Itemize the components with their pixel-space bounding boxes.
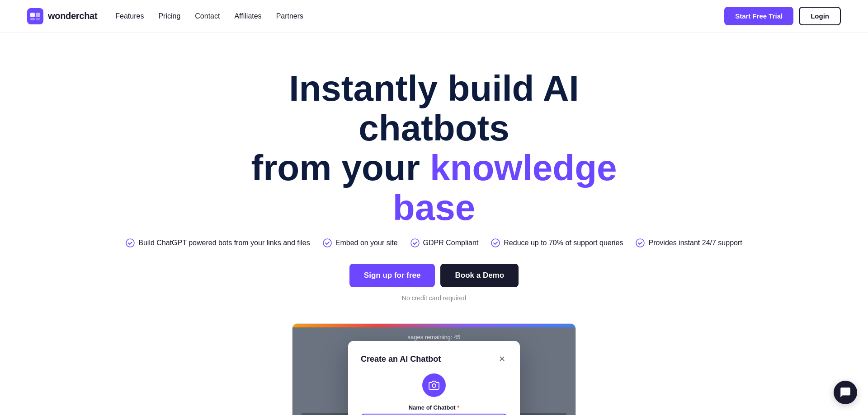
modal-close-button[interactable]: ✕ bbox=[496, 354, 507, 364]
nav-contact[interactable]: Contact bbox=[195, 12, 220, 20]
preview-top-bar bbox=[292, 324, 576, 327]
hero-cta: Sign up for free Book a Demo bbox=[349, 264, 519, 287]
feature-embed: Embed on your site bbox=[323, 238, 398, 247]
messages-remaining: sages remaining: 45 bbox=[302, 334, 566, 340]
start-free-trial-button[interactable]: Start Free Trial bbox=[724, 7, 793, 25]
chat-bubble-icon bbox=[840, 387, 851, 398]
nav-links: Features Pricing Contact Affiliates Part… bbox=[115, 12, 303, 20]
check-icon-2 bbox=[323, 238, 332, 247]
hero-section: Instantly build AI chatbots from your kn… bbox=[0, 33, 868, 415]
book-demo-button[interactable]: Book a Demo bbox=[440, 264, 519, 287]
check-icon-4 bbox=[491, 238, 500, 247]
svg-point-9 bbox=[636, 239, 644, 247]
feature-gdpr-text: GDPR Compliant bbox=[423, 239, 479, 247]
svg-rect-0 bbox=[27, 8, 43, 24]
feature-embed-text: Embed on your site bbox=[335, 239, 398, 247]
nav-features[interactable]: Features bbox=[115, 12, 144, 20]
modal-avatar-row bbox=[361, 373, 507, 397]
hero-title-line1: Instantly build AI chatbots bbox=[231, 69, 637, 148]
nav-affiliates[interactable]: Affiliates bbox=[234, 12, 261, 20]
signup-button[interactable]: Sign up for free bbox=[349, 264, 435, 287]
navbar: wonderchat Features Pricing Contact Affi… bbox=[0, 0, 868, 33]
navbar-left: wonderchat Features Pricing Contact Affi… bbox=[27, 8, 303, 24]
nav-pricing[interactable]: Pricing bbox=[158, 12, 180, 20]
camera-icon bbox=[429, 380, 439, 391]
modal-header: Create an AI Chatbot ✕ bbox=[361, 354, 507, 364]
svg-rect-4 bbox=[36, 18, 40, 20]
svg-point-10 bbox=[432, 384, 436, 387]
feature-reduce-text: Reduce up to 70% of support queries bbox=[504, 239, 623, 247]
feature-chatgpt: Build ChatGPT powered bots from your lin… bbox=[126, 238, 310, 247]
chatbot-name-label: Name of Chatbot * bbox=[361, 404, 507, 411]
hero-note: No credit card required bbox=[402, 294, 466, 302]
avatar bbox=[422, 373, 446, 397]
dashboard-preview: sages remaining: 45 Create an AI Chatbot… bbox=[292, 323, 576, 415]
svg-rect-3 bbox=[30, 18, 35, 20]
hero-title-line2: from your knowledge base bbox=[231, 148, 637, 228]
logo-icon bbox=[27, 8, 43, 24]
preview-content: sages remaining: 45 Create an AI Chatbot… bbox=[292, 327, 576, 415]
chatbot-name-field-group: Name of Chatbot * | bbox=[361, 404, 507, 415]
check-icon-1 bbox=[126, 238, 135, 247]
chat-bubble-button[interactable] bbox=[834, 381, 857, 404]
hero-features: Build ChatGPT powered bots from your lin… bbox=[126, 238, 742, 247]
navbar-right: Start Free Trial Login bbox=[724, 7, 841, 25]
svg-point-8 bbox=[491, 239, 500, 247]
nav-partners[interactable]: Partners bbox=[276, 12, 303, 20]
logo-text: wonderchat bbox=[48, 11, 97, 21]
feature-gdpr: GDPR Compliant bbox=[410, 238, 479, 247]
feature-support-text: Provides instant 24/7 support bbox=[648, 239, 742, 247]
check-icon-3 bbox=[410, 238, 420, 247]
svg-point-7 bbox=[411, 239, 419, 247]
modal-title: Create an AI Chatbot bbox=[361, 354, 441, 364]
create-chatbot-modal: Create an AI Chatbot ✕ Name of Chatbot bbox=[348, 341, 520, 415]
logo[interactable]: wonderchat bbox=[27, 8, 97, 24]
login-button[interactable]: Login bbox=[799, 7, 841, 25]
check-icon-5 bbox=[636, 238, 645, 247]
required-star: * bbox=[457, 404, 459, 411]
feature-chatgpt-text: Build ChatGPT powered bots from your lin… bbox=[138, 239, 310, 247]
feature-reduce: Reduce up to 70% of support queries bbox=[491, 238, 623, 247]
svg-point-6 bbox=[323, 239, 331, 247]
hero-title-plain: from your bbox=[251, 148, 430, 188]
feature-support: Provides instant 24/7 support bbox=[636, 238, 742, 247]
svg-point-5 bbox=[126, 239, 134, 247]
svg-rect-2 bbox=[36, 13, 40, 17]
svg-rect-1 bbox=[30, 13, 35, 17]
